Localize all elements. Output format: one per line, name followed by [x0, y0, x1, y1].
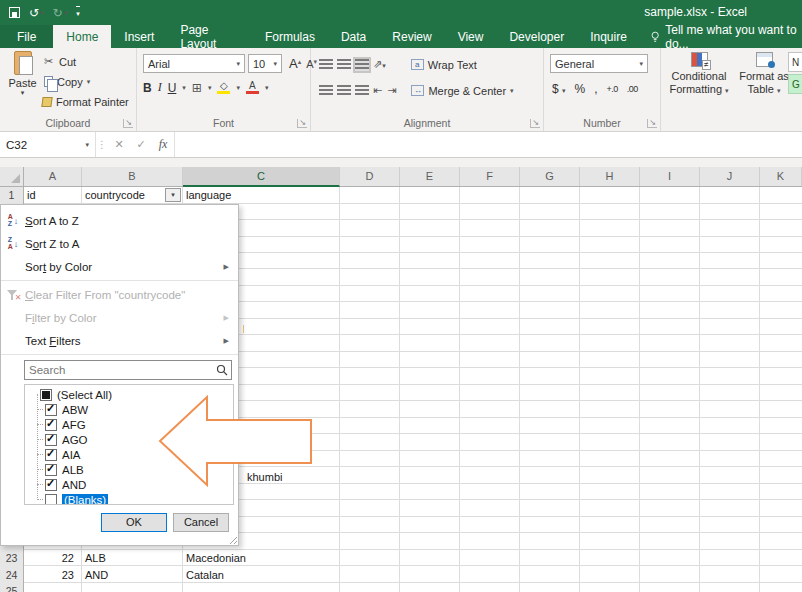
- cell-c23[interactable]: Macedonian: [183, 550, 340, 566]
- copy-button[interactable]: Copy▾: [42, 73, 129, 90]
- percent-format-button[interactable]: %: [575, 82, 586, 96]
- align-right-icon[interactable]: [355, 85, 369, 97]
- col-header-c[interactable]: C: [183, 167, 340, 187]
- cell-c1[interactable]: language: [183, 187, 340, 203]
- checkbox-aia[interactable]: ✓: [45, 449, 57, 461]
- checkbox-alb[interactable]: ✓: [45, 464, 57, 476]
- filter-value-ago[interactable]: ✓ AGO: [25, 432, 233, 447]
- filter-value-alb[interactable]: ✓ ALB: [25, 462, 233, 477]
- cut-button[interactable]: ✂Cut: [42, 53, 129, 70]
- number-dialog-launcher[interactable]: ↘: [647, 119, 657, 128]
- cell-a1[interactable]: id: [24, 187, 82, 203]
- increase-decimal-button[interactable]: +.0: [607, 84, 618, 94]
- paste-button[interactable]: Paste ▾: [5, 51, 40, 113]
- align-middle-icon[interactable]: [337, 59, 351, 71]
- cell-styles-gallery[interactable]: N G: [788, 52, 802, 96]
- col-header-f[interactable]: F: [460, 167, 520, 186]
- col-header-d[interactable]: D: [340, 167, 400, 186]
- menu-item-sort-a-to-z[interactable]: AZ ↓ Sort A to Z: [1, 209, 238, 232]
- tell-me-box[interactable]: Tell me what you want to do...: [640, 25, 802, 48]
- align-left-icon[interactable]: [319, 85, 333, 97]
- font-dialog-launcher[interactable]: ↘: [297, 119, 307, 128]
- menu-item-filter-by-color[interactable]: Filter by Color ▶: [1, 306, 238, 329]
- col-header-b[interactable]: B: [82, 167, 183, 186]
- cell-style-normal-chip[interactable]: N: [788, 52, 802, 72]
- tab-data[interactable]: Data: [328, 25, 379, 48]
- row-header-25[interactable]: 25: [0, 583, 23, 592]
- tab-file[interactable]: File: [0, 25, 53, 48]
- tab-insert[interactable]: Insert: [111, 25, 167, 48]
- col-header-e[interactable]: E: [400, 167, 460, 186]
- filter-value-select-all[interactable]: ✓ (Select All): [25, 387, 233, 402]
- filter-value-abw[interactable]: ✓ ABW: [25, 402, 233, 417]
- align-top-icon[interactable]: [319, 59, 333, 71]
- cell-a23[interactable]: 22: [24, 550, 79, 566]
- cancel-entry-icon[interactable]: ✕: [108, 132, 130, 157]
- col-header-g[interactable]: G: [520, 167, 580, 186]
- decrease-decimal-button[interactable]: .00: [627, 84, 638, 94]
- font-size-select[interactable]: 10▾: [248, 54, 282, 73]
- alignment-dialog-launcher[interactable]: ↘: [530, 119, 540, 128]
- filter-value-blanks[interactable]: ✓ (Blanks): [25, 492, 233, 505]
- grow-font-button[interactable]: A▴: [289, 56, 301, 71]
- tab-home[interactable]: Home: [53, 25, 111, 48]
- comma-format-button[interactable]: ,: [594, 82, 597, 96]
- col-header-j[interactable]: J: [700, 167, 760, 186]
- insert-function-button[interactable]: fx: [152, 132, 174, 157]
- orientation-button[interactable]: ⇗▾: [373, 58, 386, 71]
- checkbox-blanks[interactable]: ✓: [45, 494, 57, 506]
- cell-b24[interactable]: AND: [82, 567, 183, 583]
- menu-item-sort-by-color[interactable]: Sort by Color ▶: [1, 255, 238, 278]
- row-header-1[interactable]: 1: [0, 187, 23, 203]
- conditional-formatting-button[interactable]: Conditional Formatting ▾: [663, 52, 735, 97]
- tab-view[interactable]: View: [445, 25, 497, 48]
- filter-value-and[interactable]: ✓ AND: [25, 477, 233, 492]
- cell-style-good-chip[interactable]: G: [788, 74, 802, 94]
- cell-b23[interactable]: ALB: [82, 550, 183, 566]
- save-icon[interactable]: [9, 7, 20, 18]
- resize-grip-icon[interactable]: [227, 534, 237, 544]
- customize-qat-icon[interactable]: ▾: [76, 6, 80, 20]
- cell-partial-glyph[interactable]: h: [240, 321, 244, 337]
- align-center-icon[interactable]: [337, 85, 351, 97]
- filter-values-list[interactable]: ✓ (Select All) ✓ ABW ✓ AFG ✓ AGO ✓ AIA ✓…: [24, 384, 234, 505]
- filter-search-box[interactable]: [24, 360, 232, 380]
- undo-button[interactable]: ↺▾: [29, 7, 44, 19]
- increase-indent-button[interactable]: ⇥: [387, 84, 396, 97]
- font-color-button[interactable]: A: [246, 81, 259, 94]
- menu-item-text-filters[interactable]: Text Filters ▶: [1, 329, 238, 352]
- fill-color-button[interactable]: ◇: [217, 81, 230, 94]
- search-icon[interactable]: [213, 364, 231, 376]
- row-header-24[interactable]: 24: [0, 567, 23, 583]
- bold-button[interactable]: B: [143, 81, 152, 95]
- filter-value-afg[interactable]: ✓ AFG: [25, 417, 233, 432]
- enter-entry-icon[interactable]: ✓: [130, 132, 152, 157]
- search-input[interactable]: [25, 364, 213, 376]
- format-as-table-button[interactable]: Format as Table ▾: [737, 52, 791, 97]
- merge-center-button[interactable]: ↔Merge & Center▾: [411, 82, 513, 99]
- tab-formulas[interactable]: Formulas: [252, 25, 328, 48]
- checkbox-ago[interactable]: ✓: [45, 434, 57, 446]
- number-format-select[interactable]: General▾: [550, 54, 648, 73]
- clipboard-dialog-launcher[interactable]: ↘: [123, 119, 133, 128]
- checkbox-select-all[interactable]: ✓: [40, 389, 52, 401]
- menu-item-sort-z-to-a[interactable]: ZA ↓ Sort Z to A: [1, 232, 238, 255]
- borders-button[interactable]: ⊞: [192, 81, 202, 95]
- decrease-indent-button[interactable]: ⇤: [373, 84, 382, 97]
- cell-partial-khumbi[interactable]: khumbi: [244, 469, 334, 485]
- checkbox-and[interactable]: ✓: [45, 479, 57, 491]
- format-painter-button[interactable]: Format Painter: [42, 93, 129, 110]
- select-all-corner[interactable]: [0, 167, 24, 186]
- col-header-k[interactable]: K: [760, 167, 802, 186]
- tab-review[interactable]: Review: [379, 25, 444, 48]
- cell-a24[interactable]: 23: [24, 567, 79, 583]
- row-header-23[interactable]: 23: [0, 550, 23, 566]
- col-header-h[interactable]: H: [580, 167, 640, 186]
- filter-dropdown-button[interactable]: ▾: [165, 188, 181, 202]
- redo-button[interactable]: ↻▾: [53, 7, 68, 19]
- wrap-text-button[interactable]: aWrap Text: [411, 56, 477, 73]
- formula-input[interactable]: [174, 132, 802, 157]
- menu-item-clear-filter[interactable]: ✕ Clear Filter From "countrycode": [1, 283, 238, 306]
- tab-page-layout[interactable]: Page Layout: [167, 25, 252, 48]
- align-bottom-icon[interactable]: [355, 59, 369, 71]
